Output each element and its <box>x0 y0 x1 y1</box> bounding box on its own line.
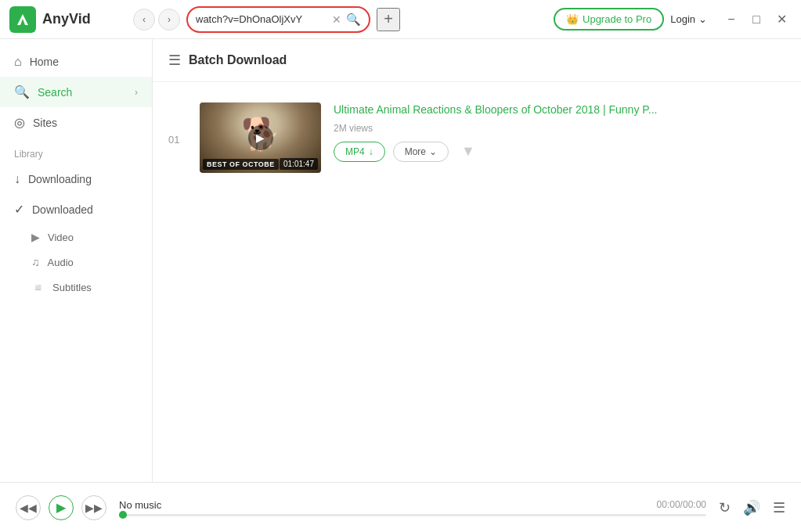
library-section-label: Library <box>0 138 152 164</box>
maximize-button[interactable]: □ <box>746 9 767 30</box>
back-button[interactable]: ‹ <box>133 9 155 31</box>
titlebar: AnyVid ‹ › ✕ 🔍 + 👑 Upgrade to Pro Login … <box>0 0 801 39</box>
main-layout: ⌂ Home 🔍 Search › ◎ Sites Library ↓ Down… <box>0 39 801 482</box>
svg-marker-0 <box>17 14 28 25</box>
track-name: No music <box>119 499 161 511</box>
video-thumbnail[interactable]: ▶ BEST OF OCTOBE 01:01:47 <box>200 102 321 173</box>
sidebar-item-audio[interactable]: ♫ Audio <box>0 250 152 275</box>
result-list: 01 ▶ BEST OF OCTOBE 01:01:47 Ultimate An… <box>153 82 801 193</box>
player-info: No music 00:00/00:00 <box>119 499 706 516</box>
add-tab-button[interactable]: + <box>377 8 400 31</box>
sidebar-item-sites[interactable]: ◎ Sites <box>0 107 152 138</box>
sidebar-item-search[interactable]: 🔍 Search › <box>0 77 152 107</box>
play-overlay-icon: ▶ <box>248 125 273 150</box>
playlist-icon[interactable]: ☰ <box>773 499 785 516</box>
login-button[interactable]: Login ⌄ <box>670 13 707 25</box>
chevron-down-icon: ⌄ <box>698 13 707 25</box>
result-number: 01 <box>168 102 187 146</box>
home-icon: ⌂ <box>14 55 22 69</box>
downloaded-label: Downloaded <box>32 203 93 216</box>
batch-download-header: ☰ Batch Download <box>153 39 801 82</box>
search-icon: 🔍 <box>14 84 30 99</box>
play-pause-button[interactable]: ▶ <box>49 495 74 520</box>
volume-icon[interactable]: 🔊 <box>743 499 760 516</box>
thumbnail-duration: 01:01:47 <box>280 158 318 170</box>
logo-icon <box>9 6 36 33</box>
more-label: More <box>405 146 426 157</box>
progress-bar[interactable] <box>119 514 706 516</box>
batch-download-title: Batch Download <box>189 53 287 67</box>
url-search-wrapper: ✕ 🔍 <box>186 6 370 33</box>
upgrade-button[interactable]: 👑 Upgrade to Pro <box>554 8 664 31</box>
search-label: Search <box>38 86 72 99</box>
video-icon: ▶ <box>31 231 40 243</box>
minimize-button[interactable]: − <box>721 9 741 30</box>
nav-arrows: ‹ › <box>133 9 180 31</box>
audio-icon: ♫ <box>31 256 40 268</box>
forward-button[interactable]: › <box>158 9 180 31</box>
repeat-icon[interactable]: ↻ <box>719 499 731 516</box>
app-name: AnyVid <box>42 11 91 27</box>
progress-handle[interactable] <box>119 511 127 519</box>
sidebar-item-downloading[interactable]: ↓ Downloading <box>0 164 152 194</box>
sites-label: Sites <box>33 117 57 129</box>
sidebar-item-subtitles[interactable]: ◽ Subtitles <box>0 275 152 300</box>
login-label: Login <box>670 13 695 25</box>
search-submit-icon[interactable]: 🔍 <box>346 13 361 27</box>
search-arrow-icon: › <box>135 87 138 98</box>
result-info: Ultimate Animal Reactions & Bloopers of … <box>334 102 785 162</box>
video-title[interactable]: Ultimate Animal Reactions & Bloopers of … <box>334 102 785 118</box>
sidebar-item-video[interactable]: ▶ Video <box>0 225 152 250</box>
downloading-label: Downloading <box>28 173 92 185</box>
batch-download-icon: ☰ <box>168 52 181 69</box>
video-label: Video <box>48 232 74 243</box>
player-track-row: No music 00:00/00:00 <box>119 499 706 511</box>
upgrade-label: Upgrade to Pro <box>583 13 651 25</box>
crown-icon: 👑 <box>566 13 579 25</box>
close-button[interactable]: ✕ <box>771 9 792 30</box>
url-search-box: ✕ 🔍 <box>186 6 370 33</box>
sidebar-item-downloaded[interactable]: ✓ Downloaded <box>0 194 152 225</box>
player-right-controls: ↻ 🔊 ☰ <box>719 499 785 516</box>
thumbnail-label: BEST OF OCTOBE <box>203 159 279 170</box>
downloading-icon: ↓ <box>14 172 20 186</box>
sidebar: ⌂ Home 🔍 Search › ◎ Sites Library ↓ Down… <box>0 39 153 482</box>
url-search-input[interactable] <box>196 13 327 25</box>
action-row: MP4 ↓ More ⌄ ▼ <box>334 142 785 162</box>
next-button[interactable]: ▶▶ <box>81 495 106 520</box>
player-controls: ◀◀ ▶ ▶▶ <box>16 495 106 520</box>
download-icon: ↓ <box>369 146 373 157</box>
previous-button[interactable]: ◀◀ <box>16 495 41 520</box>
favorite-icon[interactable]: ▼ <box>461 143 475 160</box>
downloaded-icon: ✓ <box>14 202 24 217</box>
player-bar: ◀◀ ▶ ▶▶ No music 00:00/00:00 ↻ 🔊 ☰ <box>0 482 801 532</box>
mp4-label: MP4 <box>345 146 365 157</box>
subtitles-icon: ◽ <box>31 281 45 293</box>
window-controls: − □ ✕ <box>721 9 792 30</box>
mp4-download-button[interactable]: MP4 ↓ <box>334 142 385 162</box>
content-area: ☰ Batch Download 01 ▶ BEST OF OCTOBE 01:… <box>153 39 801 482</box>
logo-area: AnyVid <box>9 6 127 33</box>
sidebar-item-home[interactable]: ⌂ Home <box>0 47 152 77</box>
search-clear-icon[interactable]: ✕ <box>332 13 341 26</box>
video-views: 2M views <box>334 123 785 134</box>
chevron-down-icon: ⌄ <box>429 146 437 157</box>
table-row: 01 ▶ BEST OF OCTOBE 01:01:47 Ultimate An… <box>168 95 785 181</box>
more-button[interactable]: More ⌄ <box>393 142 449 162</box>
subtitles-label: Subtitles <box>52 282 92 293</box>
home-label: Home <box>30 56 59 68</box>
time-display: 00:00/00:00 <box>657 499 706 510</box>
audio-label: Audio <box>48 257 74 268</box>
sites-icon: ◎ <box>14 115 25 130</box>
